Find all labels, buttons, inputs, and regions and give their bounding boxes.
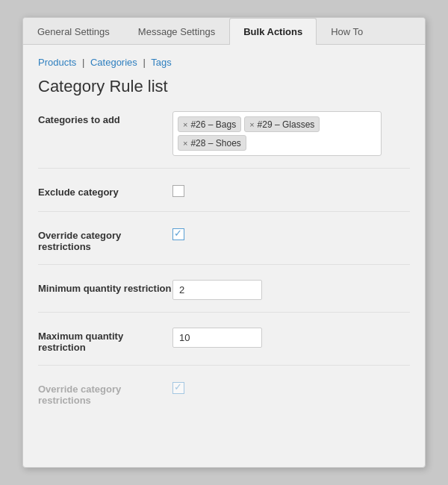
label-categories: Categories to add — [38, 111, 172, 125]
override-control — [172, 227, 410, 242]
breadcrumb-products[interactable]: Products — [38, 57, 76, 68]
breadcrumb-sep1: | — [82, 57, 84, 68]
tag-glasses-remove[interactable]: × — [249, 120, 254, 129]
label-override: Override category restrictions — [38, 227, 172, 252]
tag-bags-remove[interactable]: × — [183, 120, 187, 129]
page-title: Category Rule list — [38, 77, 410, 96]
min-qty-control — [172, 280, 410, 300]
override2-control — [172, 381, 410, 396]
tag-glasses[interactable]: × #29 – Glasses — [244, 116, 320, 132]
tab-bulk[interactable]: Bulk Actions — [229, 18, 317, 45]
label-min-qty: Minimum quantity restriction — [38, 280, 172, 294]
tab-message[interactable]: Message Settings — [124, 18, 229, 45]
tag-bags[interactable]: × #26 – Bags — [178, 116, 241, 132]
breadcrumb-categories[interactable]: Categories — [90, 57, 137, 68]
tag-shoes-label: #28 – Shoes — [190, 138, 240, 148]
label-exclude: Exclude category — [38, 184, 172, 198]
exclude-checkbox[interactable] — [172, 185, 184, 197]
tab-howto[interactable]: How To — [317, 18, 377, 45]
row-max-qty: Maximum quantity restriction — [38, 328, 410, 366]
override2-checkbox — [172, 382, 184, 394]
tag-shoes[interactable]: × #28 – Shoes — [178, 135, 246, 151]
row-override2: Override category restrictions — [38, 381, 410, 418]
label-max-qty: Maximum quantity restriction — [38, 328, 172, 353]
breadcrumb: Products | Categories | Tags — [38, 57, 410, 68]
row-categories: Categories to add × #26 – Bags × #29 – G… — [38, 111, 410, 169]
content-area: Products | Categories | Tags Category Ru… — [23, 45, 425, 445]
row-exclude: Exclude category — [38, 184, 410, 212]
breadcrumb-tags[interactable]: Tags — [151, 57, 171, 68]
tag-shoes-remove[interactable]: × — [183, 139, 187, 148]
override-checkbox[interactable] — [172, 228, 184, 240]
breadcrumb-sep2: | — [143, 57, 145, 68]
row-min-qty: Minimum quantity restriction — [38, 280, 410, 313]
tabs-bar: General Settings Message Settings Bulk A… — [23, 18, 425, 45]
tags-input[interactable]: × #26 – Bags × #29 – Glasses × #28 – Sho… — [172, 111, 382, 156]
tag-bags-label: #26 – Bags — [190, 119, 236, 130]
min-qty-input[interactable] — [172, 280, 262, 300]
row-override: Override category restrictions — [38, 227, 410, 265]
tab-general[interactable]: General Settings — [23, 18, 124, 45]
tag-glasses-label: #29 – Glasses — [258, 119, 315, 130]
exclude-control — [172, 184, 410, 199]
max-qty-input[interactable] — [172, 328, 262, 348]
label-override2: Override category restrictions — [38, 381, 172, 406]
panel: General Settings Message Settings Bulk A… — [22, 17, 426, 468]
categories-tags-container: × #26 – Bags × #29 – Glasses × #28 – Sho… — [172, 111, 410, 156]
max-qty-control — [172, 328, 410, 348]
